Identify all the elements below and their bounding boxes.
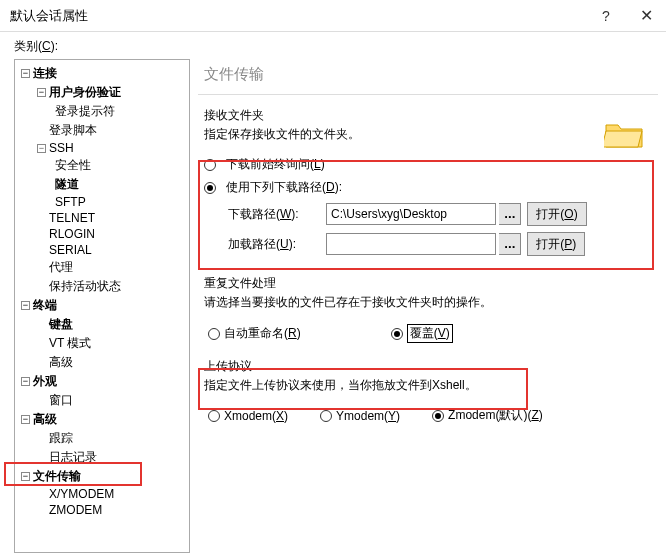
tree-proxy[interactable]: 代理 [15, 258, 189, 277]
tree-trace[interactable]: 跟踪 [15, 429, 189, 448]
tree-terminal[interactable]: −终端 [15, 296, 189, 315]
load-path-label: 加载路径(U): [228, 236, 320, 253]
tree-login-prompt[interactable]: 登录提示符 [15, 102, 189, 121]
collapse-icon[interactable]: − [21, 415, 30, 424]
radio-icon [391, 328, 403, 340]
upload-title: 上传协议 [198, 356, 658, 377]
tree-advanced2[interactable]: −高级 [15, 410, 189, 429]
download-path-row: 下载路径(W): ... 打开(O) [198, 199, 658, 229]
tree-filetransfer[interactable]: −文件传输 [15, 467, 189, 486]
page-title: 文件传输 [198, 61, 658, 95]
tree-window[interactable]: 窗口 [15, 391, 189, 410]
main-panel: 文件传输 接收文件夹 指定保存接收文件的文件夹。 下载前始终询问(L) 使用下列… [194, 57, 666, 554]
radio-xmodem[interactable]: Xmodem(X) [208, 409, 288, 423]
radio-rename[interactable]: 自动重命名(R) [208, 325, 301, 342]
tree-ssh[interactable]: −SSH [15, 140, 189, 156]
tree-connection[interactable]: −连接 [15, 64, 189, 83]
collapse-icon[interactable]: − [21, 472, 30, 481]
tree-sftp[interactable]: SFTP [15, 194, 189, 210]
tree-tunnel[interactable]: 隧道 [15, 175, 189, 194]
browse-button[interactable]: ... [499, 203, 521, 225]
radio-ask-label: 下载前始终询问(L) [226, 156, 325, 173]
collapse-icon[interactable]: − [37, 88, 46, 97]
dup-radio-row: 自动重命名(R) 覆盖(V) [198, 321, 658, 346]
recv-folder-desc: 指定保存接收文件的文件夹。 [198, 126, 658, 153]
window-title: 默认会话属性 [10, 7, 586, 25]
radio-zmodem[interactable]: Zmodem(默认)(Z) [432, 407, 543, 424]
load-path-input[interactable] [326, 233, 496, 255]
tree-xymodem[interactable]: X/YMODEM [15, 486, 189, 502]
upload-desc: 指定文件上传协议来使用，当你拖放文件到Xshell。 [198, 377, 658, 404]
tree-serial[interactable]: SERIAL [15, 242, 189, 258]
download-path-input[interactable] [326, 203, 496, 225]
protocol-radio-row: Xmodem(X) Ymodem(Y) Zmodem(默认)(Z) [198, 404, 658, 427]
radio-icon[interactable] [204, 182, 216, 194]
radio-usepath-row[interactable]: 使用下列下载路径(D): [198, 176, 658, 199]
radio-icon [208, 328, 220, 340]
category-label: 类别(C): [0, 32, 666, 57]
collapse-icon[interactable]: − [21, 69, 30, 78]
tree-advanced1[interactable]: 高级 [15, 353, 189, 372]
load-path-row: 加载路径(U): ... 打开(P) [198, 229, 658, 259]
open-load-button[interactable]: 打开(P) [527, 232, 585, 256]
browse-button[interactable]: ... [499, 233, 521, 255]
dup-desc: 请选择当要接收的文件已存在于接收文件夹时的操作。 [198, 294, 658, 321]
tree-login-script[interactable]: 登录脚本 [15, 121, 189, 140]
radio-ask-row[interactable]: 下载前始终询问(L) [198, 153, 658, 176]
help-button[interactable]: ? [586, 8, 626, 24]
open-download-button[interactable]: 打开(O) [527, 202, 586, 226]
tree-vt[interactable]: VT 模式 [15, 334, 189, 353]
radio-icon [208, 410, 220, 422]
collapse-icon[interactable]: − [21, 301, 30, 310]
radio-icon [320, 410, 332, 422]
close-button[interactable]: ✕ [626, 6, 666, 25]
radio-icon[interactable] [204, 159, 216, 171]
radio-usepath-label: 使用下列下载路径(D): [226, 179, 342, 196]
recv-folder-title: 接收文件夹 [198, 105, 658, 126]
tree-zmodem[interactable]: ZMODEM [15, 502, 189, 518]
tree-keyboard[interactable]: 键盘 [15, 315, 189, 334]
radio-icon [432, 410, 444, 422]
tree-auth[interactable]: −用户身份验证 [15, 83, 189, 102]
folder-icon [604, 119, 644, 149]
tree-telnet[interactable]: TELNET [15, 210, 189, 226]
download-path-label: 下载路径(W): [228, 206, 320, 223]
collapse-icon[interactable]: − [37, 144, 46, 153]
category-tree[interactable]: −连接 −用户身份验证 登录提示符 登录脚本 −SSH 安全性 隧道 SFTP … [14, 59, 190, 553]
radio-ymodem[interactable]: Ymodem(Y) [320, 409, 400, 423]
tree-security[interactable]: 安全性 [15, 156, 189, 175]
tree-rlogin[interactable]: RLOGIN [15, 226, 189, 242]
radio-overwrite[interactable]: 覆盖(V) [391, 324, 453, 343]
collapse-icon[interactable]: − [21, 377, 30, 386]
tree-logging[interactable]: 日志记录 [15, 448, 189, 467]
titlebar: 默认会话属性 ? ✕ [0, 0, 666, 32]
tree-appearance[interactable]: −外观 [15, 372, 189, 391]
dup-title: 重复文件处理 [198, 273, 658, 294]
tree-keepalive[interactable]: 保持活动状态 [15, 277, 189, 296]
